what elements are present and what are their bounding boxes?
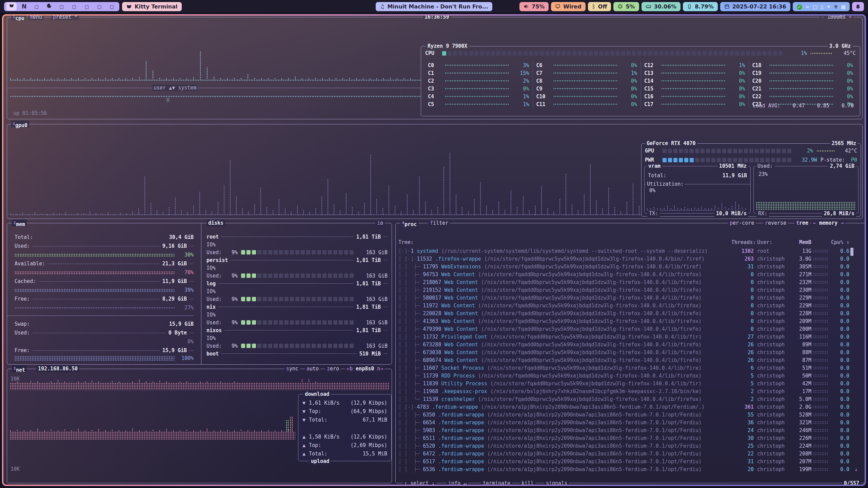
- vram-title: vram: [647, 163, 662, 169]
- disk-io-row: IO%: [206, 334, 388, 342]
- upload-graph-spikes: [10, 418, 295, 431]
- download-stat-row: ▼1,61 KiB/s(12,9 Kibps): [298, 399, 391, 407]
- mem-meter: 100%: [15, 355, 194, 362]
- proc-footer-signals[interactable]: signals: [544, 480, 569, 485]
- gpu-util-percent: 2%: [799, 148, 813, 154]
- workspace-2-N-icon[interactable]: N: [21, 3, 27, 10]
- volume-button[interactable]: 75%: [519, 2, 549, 11]
- process-row[interactable]: │ │ ├─ 11968 .keepassxc-prox (/nix/store…: [398, 387, 863, 395]
- bell-icon: [855, 4, 861, 9]
- proc-footer-select[interactable]: ↑ ↑ select ↓select ↓: [402, 480, 436, 485]
- reverse-tab[interactable]: reverse: [763, 220, 788, 226]
- process-row[interactable]: │ │ ├─ 220028 Web Content (/nix/store/fq…: [398, 309, 863, 317]
- clock-button[interactable]: 2025-07-22 16:36: [720, 2, 790, 11]
- workspace-4-firefox-icon[interactable]: [46, 3, 53, 10]
- mem-meter: 70%: [15, 268, 194, 277]
- process-row[interactable]: │ │ ├─ 6536 .ferdium-wrappe (/nix/store/…: [398, 465, 863, 473]
- process-row[interactable]: │ │ ├─ 11795 WebExtensions (/nix/store/f…: [398, 263, 863, 270]
- cpu-frequency-label: 3.0 GHz: [828, 43, 852, 49]
- workspace-8-square-icon[interactable]: □: [96, 3, 103, 9]
- download-stat-row: ▼Top:(64,9 Mibps): [298, 407, 391, 415]
- process-row[interactable]: [-]-1 systemd (/run/current-system/syste…: [398, 247, 863, 255]
- process-row[interactable]: │ │ ├─ 673288 Web Content (/nix/store/fq…: [398, 341, 863, 348]
- process-row[interactable]: │ │ ├─ 218067 Web Content (/nix/store/fq…: [398, 278, 863, 286]
- disk-used-row: Used:9%163 GiB: [206, 342, 388, 350]
- phone-icon[interactable]: ▯: [821, 3, 824, 10]
- window-icon[interactable]: □: [813, 3, 817, 10]
- disk-usage-button[interactable]: 8.79%: [683, 2, 718, 11]
- update-interval-control[interactable]: - 1000ms +: [820, 16, 853, 20]
- mem-row: Total:30,4 GiB: [15, 233, 194, 242]
- process-row[interactable]: │ │ ├─ 11732 Privileged Cont (/nix/store…: [398, 333, 863, 341]
- key-icon[interactable]: ✦: [827, 3, 831, 10]
- preset-tab[interactable]: preset *: [51, 16, 79, 20]
- cpu-usage-button[interactable]: 5%: [613, 2, 639, 11]
- mem-meter: 27%: [15, 303, 194, 312]
- workspace-9-square-icon[interactable]: □: [108, 3, 115, 9]
- process-row[interactable]: │ [-]-4783 .ferdium-wrappe (/nix/store/a…: [398, 403, 863, 411]
- process-row[interactable]: │ │ └─ 11539 crashhelper (/nix/store/fqa…: [398, 395, 863, 403]
- device-icon: [687, 4, 692, 9]
- cpu-model-label: Ryzen 9 7900X: [426, 43, 469, 49]
- process-row[interactable]: │ │ ├─ 479390 Web Content (/nix/store/fq…: [398, 325, 863, 333]
- proc-footer-kill[interactable]: kill: [520, 480, 535, 485]
- gpu-frequency-label: 2565 MHz: [830, 140, 858, 147]
- process-row[interactable]: │ │ ├─ 6511 .ferdium-wrappe (/nix/store/…: [398, 434, 863, 442]
- cpu-column-header[interactable]: Cpu% ↑: [830, 239, 849, 245]
- process-row[interactable]: │ │ ├─ 41363 Web Content (/nix/store/fqa…: [398, 317, 863, 325]
- threads-column-header[interactable]: Threads:: [731, 239, 754, 245]
- process-row[interactable]: │ │ ├─ 673038 Web Content (/nix/store/fq…: [398, 348, 863, 356]
- proc-footer-terminate[interactable]: terminate: [481, 480, 512, 485]
- process-row[interactable]: │ │ ├─ 580017 Web Content (/nix/store/fq…: [398, 294, 863, 302]
- process-row[interactable]: │ │ ├─ 11607 Socket Process (/nix/store/…: [398, 364, 863, 372]
- workspace-6-square-icon[interactable]: □: [71, 3, 78, 9]
- process-row[interactable]: │ │ ├─ 6517 .ferdium-wrappe (/nix/store/…: [398, 458, 863, 465]
- process-row[interactable]: │ [-]-11532 .firefox-wrappe (/nix/store/…: [398, 255, 863, 263]
- process-row[interactable]: │ │ ├─ 6654 .ferdium-wrappe (/nix/store/…: [398, 419, 863, 426]
- rx-value: 26,8 MiB/s: [822, 210, 856, 217]
- memory-column-header[interactable]: MemB: [788, 239, 811, 245]
- per-core-tab[interactable]: per-core: [728, 220, 756, 226]
- network-status: Wired: [563, 3, 581, 10]
- process-row[interactable]: │ │ ├─ 6350 .ferdium-wrappe (/nix/store/…: [398, 411, 863, 419]
- process-row[interactable]: │ │ ├─ 5983 .ferdium-wrappe (/nix/store/…: [398, 426, 863, 434]
- check-icon[interactable]: ✓: [797, 3, 802, 10]
- menu-tab[interactable]: menu: [28, 16, 44, 20]
- process-row[interactable]: │ │ ├─ 6472 .ferdium-wrappe (/nix/store/…: [398, 450, 863, 458]
- user-column-header[interactable]: User:: [754, 239, 788, 245]
- workspace-switcher[interactable]: N□□□□□□: [4, 2, 119, 11]
- memory-usage-button[interactable]: 30.06%: [642, 2, 681, 11]
- system-tray[interactable]: ✓≈□▯✦▼▦: [793, 2, 850, 11]
- shield-icon[interactable]: ▼: [834, 3, 838, 10]
- filter-tab[interactable]: filter: [428, 220, 450, 226]
- process-row[interactable]: │ │ ├─ 11839 Utility Process (/nix/store…: [398, 380, 863, 387]
- keyboard-icon[interactable]: ▦: [841, 3, 846, 10]
- workspace-7-square-icon[interactable]: □: [83, 3, 90, 9]
- proc-footer-info[interactable]: info ↵: [447, 480, 468, 485]
- process-row[interactable]: │ │ ├─ 11739 RDD Process (/nix/store/fqa…: [398, 372, 863, 380]
- process-row[interactable]: │ │ ├─ 6520 .ferdium-wrappe (/nix/store/…: [398, 442, 863, 450]
- rx-graph: [756, 202, 856, 210]
- active-window-button[interactable]: Kitty Terminal: [122, 2, 182, 11]
- process-row[interactable]: │ │ ├─ 219152 Web Content (/nix/store/fq…: [398, 286, 863, 294]
- workspace-3-square-icon[interactable]: □: [33, 3, 40, 9]
- download-box-title: download: [303, 391, 331, 398]
- process-row[interactable]: │ │ ├─ 94753 Web Content (/nix/store/fqa…: [398, 270, 863, 278]
- download-graph-band: [10, 383, 389, 390]
- io-tab[interactable]: io: [375, 220, 385, 226]
- upload-stats: ▲1,58 KiB/s(12,6 Kibps)▲Top:(2,69 Mibps)…: [298, 432, 391, 458]
- tree-tab[interactable]: tree: [794, 220, 810, 226]
- sort-column-switcher[interactable]: ← memory →: [811, 220, 845, 226]
- monitor-icon: [555, 4, 560, 9]
- process-scrollbar-thumb[interactable]: [850, 248, 853, 256]
- workspace-1-cat-icon[interactable]: [6, 2, 17, 11]
- notifications-button[interactable]: [852, 2, 864, 11]
- bluetooth-button[interactable]: ᛒ Off: [588, 2, 611, 11]
- wave-icon[interactable]: ≈: [806, 3, 810, 10]
- vram-total-value: 11,9 GiB: [723, 172, 747, 179]
- process-row[interactable]: │ │ ├─ 689674 Web Content (/nix/store/fq…: [398, 356, 863, 364]
- network-button[interactable]: Wired: [551, 2, 585, 11]
- process-row[interactable]: │ │ ├─ 11972 Web Content (/nix/store/fqa…: [398, 302, 863, 309]
- media-player-button[interactable]: ♫ Minuit Machine - Don't Run Fro...: [376, 2, 492, 11]
- workspace-5-square-icon[interactable]: □: [58, 3, 65, 9]
